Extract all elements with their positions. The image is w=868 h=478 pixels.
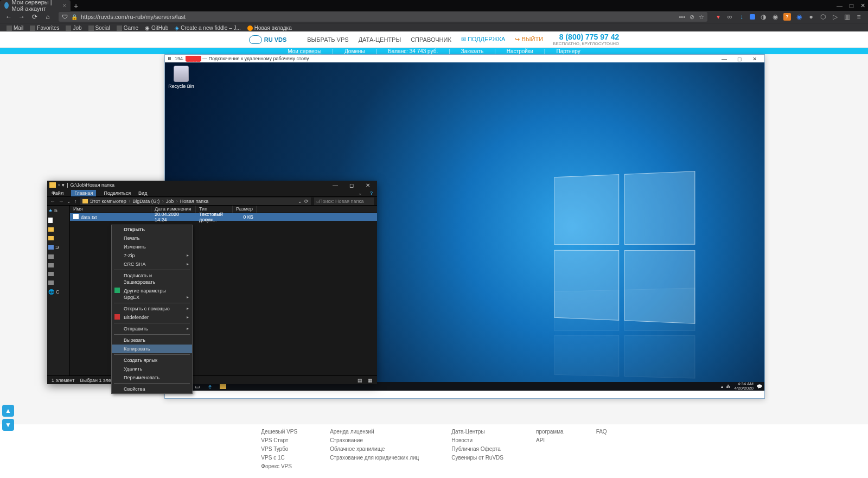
footer-link[interactable]: Новости [451,437,503,443]
ext-icon-5[interactable]: 7 [783,13,791,21]
footer-link[interactable]: Дата-Центры [451,429,503,435]
subnav-balance[interactable]: Баланс: 34 743 руб. [388,48,438,54]
sidebar-drive[interactable] [48,254,68,259]
ctx-properties[interactable]: Свойства [112,385,192,393]
ext-icon-7[interactable]: ● [807,13,815,21]
new-tab-button[interactable]: + [71,1,81,11]
bookmark-job[interactable]: Job [63,25,84,31]
subnav-partner[interactable]: Партнеру [556,48,580,54]
subnav-domains[interactable]: Домены [344,48,365,54]
nav-history[interactable]: ⌄ [67,199,71,204]
downloads-icon[interactable]: ↓ [738,13,745,21]
search-input[interactable]: ⌕ Поиск: Новая папка [314,197,374,205]
crumb-drive[interactable]: BigData (G:) [132,199,164,204]
ctx-delete[interactable]: Удалить [112,365,192,373]
tray-net-icon[interactable]: 🖧 [726,384,731,389]
bookmark-mail[interactable]: Mail [4,25,25,31]
minimize-button[interactable]: — [837,2,843,9]
sidebar-drive[interactable] [48,272,68,276]
ctx-print[interactable]: Печать [112,234,192,243]
footer-link[interactable]: Облачное хранилище [330,446,419,452]
ctx-gpg[interactable]: Другие параметры GpgEX [112,286,192,302]
tab-close-icon[interactable]: × [63,2,66,9]
bookmark-social[interactable]: Social [86,25,112,31]
bookmark-game[interactable]: Game [114,25,141,31]
footer-link[interactable]: VPS Турбо [261,446,297,452]
subnav-servers[interactable]: Мои серверы [288,48,321,54]
path-dropdown-icon[interactable]: ⌄ [298,199,302,204]
tray-up-icon[interactable]: ▴ [721,384,723,389]
notifications-icon[interactable]: 💬 [757,384,762,389]
rdp-titlebar[interactable]: 🖥 194. ████ — Подключение к удаленному р… [165,55,764,62]
maximize-button[interactable]: ◻ [849,2,854,9]
ctx-cut[interactable]: Вырезать [112,336,192,345]
menu-share[interactable]: Поделиться [104,190,131,196]
sidebar-drive[interactable] [48,281,68,285]
sidebar-drive[interactable] [48,263,68,267]
quick-access[interactable]: ★Б [48,208,68,213]
scroll-up-button[interactable]: ▲ [2,405,14,417]
explorer-titlebar[interactable]: ▫ ▾ | G:\Job\Новая папка — ◻ ✕ [47,181,377,189]
file-row-selected[interactable]: data.txt 20.04.2020 14:24 Текстовый доку… [70,213,377,221]
nav-datacenters[interactable]: ДАТА-ЦЕНТРЫ [359,36,401,43]
sidebar-network[interactable]: 🌐С [48,289,68,295]
ctx-send[interactable]: Отправить [112,324,192,333]
footer-link[interactable]: Аренда лицензий [330,429,419,435]
nav-support[interactable]: ✉ ПОДДЕРЖКА [461,36,506,43]
nav-vps[interactable]: ВЫБРАТЬ VPS [307,36,348,43]
view-details-icon[interactable]: ▤ [358,378,362,383]
menu-home[interactable]: Главная [71,190,96,196]
ctx-copy[interactable]: Копировать [112,345,192,353]
ctx-shortcut[interactable]: Создать ярлык [112,356,192,365]
ext-icon-4[interactable]: ◉ [771,13,779,21]
pocket-icon[interactable]: ▾ [713,11,724,22]
footer-link[interactable]: программа [536,429,564,435]
ext-icon-8[interactable]: ⬡ [819,13,827,21]
ctx-sign[interactable]: Подписать и Зашифровать [112,271,192,286]
footer-link[interactable]: Страхование [330,437,419,443]
bookmark-favorites[interactable]: Favorites [28,25,61,31]
qat-icon-2[interactable]: ▾ [62,182,65,188]
bookmark-star-icon[interactable]: ☆ [699,14,704,21]
ctx-openwith[interactable]: Открыть с помощью [112,304,192,313]
footer-link[interactable]: Публичная Оферта [451,446,503,452]
footer-link[interactable]: FAQ [596,429,607,435]
col-size[interactable]: Размер [233,206,257,213]
rdp-close[interactable]: ✕ [747,56,762,62]
this-pc[interactable]: Э [48,245,68,250]
help-icon[interactable]: ? [370,190,373,196]
ext-icon-2[interactable] [750,14,755,20]
sidebar-item[interactable] [48,236,68,240]
subnav-settings[interactable]: Настройки [507,48,533,54]
library-icon[interactable]: ▥ [843,13,851,21]
ctx-edit[interactable]: Изменить [112,243,192,251]
bookmark-github[interactable]: ◉GitHub [143,25,170,31]
footer-link[interactable]: VPS с 1С [261,455,297,461]
recycle-bin-icon[interactable]: Recycle Bin [168,66,194,89]
col-name[interactable]: Имя [70,206,151,213]
bookmark-newtab[interactable]: Новая вкладка [245,25,294,31]
scroll-down-button[interactable]: ▼ [2,419,14,431]
menu-view[interactable]: Вид [138,190,147,196]
home-button[interactable]: ⌂ [42,11,53,22]
ctx-crc[interactable]: CRC SHA [112,260,192,269]
footer-link[interactable]: API [536,437,564,443]
breadcrumb-path[interactable]: Этот компьютер BigData (G:) Job Новая па… [80,197,311,205]
sidebar-item[interactable] [48,218,68,223]
ctx-open[interactable]: Открыть [112,225,192,234]
close-button[interactable]: ✕ [860,2,865,9]
crumb-job[interactable]: Job [166,199,178,204]
rdp-minimize[interactable]: — [717,56,732,62]
bookmark-fiddle[interactable]: ◈Create a new fiddle – J... [173,25,243,31]
ext-icon-9[interactable]: ▷ [831,13,839,21]
reader-icon[interactable]: ⊘ [690,14,694,21]
nav-logout[interactable]: ↪ ВЫЙТИ [515,36,543,43]
ext-icon-3[interactable]: ◑ [760,13,767,21]
ctx-7zip[interactable]: 7-Zip [112,251,192,260]
footer-link[interactable]: Дешевый VPS [261,429,297,435]
footer-link[interactable]: Сувениры от RuVDS [451,455,503,461]
refresh-icon[interactable]: ⟳ [304,199,309,204]
menu-file[interactable]: Файл [52,190,63,196]
browser-tab-active[interactable]: Мои серверы | Мой аккаунт × [0,0,71,11]
explorer-close[interactable]: ✕ [361,182,375,188]
